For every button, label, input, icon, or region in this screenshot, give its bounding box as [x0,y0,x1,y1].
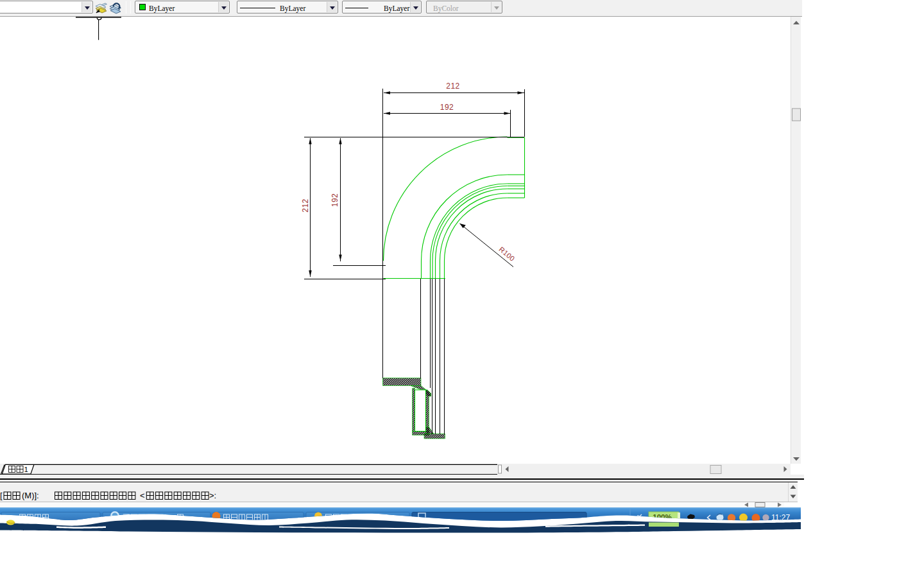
svg-text:212: 212 [301,198,310,213]
svg-text:100%: 100% [653,513,671,521]
svg-text:[: [ [0,491,3,500]
svg-text:11:27: 11:27 [771,513,790,522]
svg-text:>:: >: [209,491,216,500]
svg-text:1: 1 [24,466,28,473]
svg-text:R100: R100 [497,245,516,263]
svg-text:192: 192 [330,193,339,207]
svg-text:<: < [140,491,145,500]
svg-text:192: 192 [440,103,454,112]
svg-text:212: 212 [446,82,460,91]
svg-text:(M)]:: (M)]: [22,491,39,500]
